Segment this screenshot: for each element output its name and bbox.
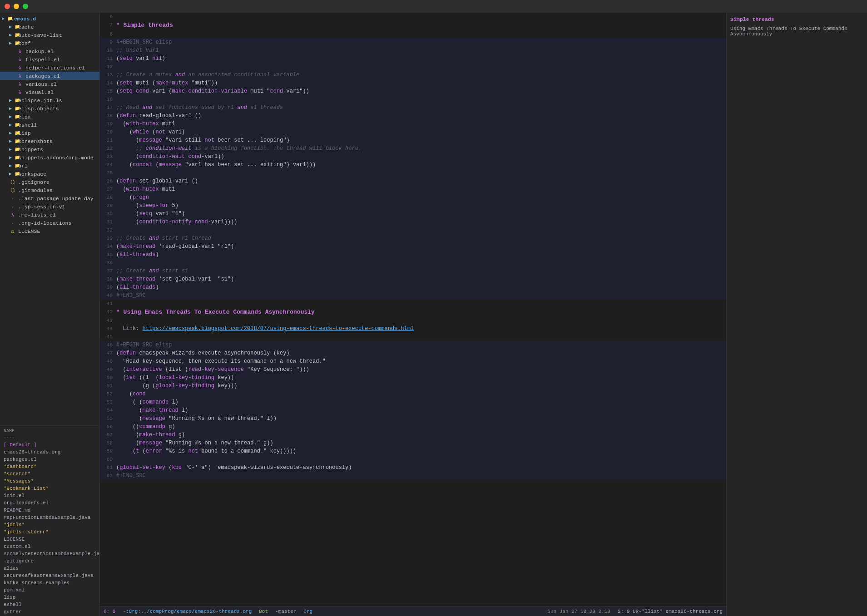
line-content: (message "Running %s on a new thread." g…: [116, 439, 726, 447]
tree-item-3[interactable]: ▶ 📁auto-save-list: [0, 31, 99, 39]
buffer-item-19[interactable]: kafka-streams-examples: [0, 579, 99, 586]
buffer-item-0[interactable]: [ Default ]: [0, 441, 99, 448]
tree-label: various.el: [25, 81, 57, 87]
buffer-item-1[interactable]: emacs26-threads.org: [0, 448, 99, 456]
buffer-item-14[interactable]: custom.el: [0, 543, 99, 550]
buffer-item-13[interactable]: LICENSE: [0, 536, 99, 543]
buffer-item-23[interactable]: gutter: [0, 608, 99, 616]
tree-item-12[interactable]: ▶ 📁elisp-objects: [0, 104, 99, 113]
code-line-24: 24 (concat (message "var1 has been set .…: [100, 161, 726, 169]
code-line-31: 31 (condition-notify cond-var1)))): [100, 218, 726, 226]
tree-item-13[interactable]: ▶ 📁elpa: [0, 113, 99, 121]
tree-item-26[interactable]: ·.org-id-locations: [0, 219, 99, 227]
buffer-item-6[interactable]: *Bookmark List*: [0, 485, 99, 492]
tree-item-1[interactable]: ▶ 📁.emacs.d: [0, 15, 99, 23]
tree-item-22[interactable]: ⬡.gitmodules: [0, 186, 99, 194]
code-line-40: 40#+END_SRC: [100, 291, 726, 300]
tree-item-11[interactable]: ▶ 📁eclipse.jdt.ls: [0, 96, 99, 104]
buffer-divider: ----: [0, 434, 99, 441]
buffer-item-3[interactable]: *dashboard*: [0, 463, 99, 470]
editor-content[interactable]: 67* Simple threads89#+BEGIN_SRC elisp10;…: [100, 13, 726, 606]
statusbar: 6: 0 -:Org:../compProg/emacs/emacs26-thr…: [100, 606, 726, 616]
line-content: (make-thread g): [116, 431, 726, 439]
line-content: #+END_SRC: [116, 472, 726, 480]
line-number: 61: [100, 463, 116, 472]
tree-label: elpa: [18, 114, 31, 120]
buffer-list[interactable]: Name----[ Default ]emacs26-threads.orgpa…: [0, 425, 99, 616]
statusbar-time: Sun Jan 27 18:29 2.19: [547, 609, 610, 614]
tree-icon-folder: ▶ 📁: [9, 163, 16, 168]
buffer-item-21[interactable]: lisp: [0, 594, 99, 601]
line-content: (setq var1 nil): [116, 54, 726, 63]
tree-item-18[interactable]: ▶ 📁snippets-addons/org-mode: [0, 153, 99, 162]
tree-item-14[interactable]: ▶ 📁eshell: [0, 121, 99, 129]
buffer-item-4[interactable]: *scratch*: [0, 470, 99, 478]
close-button[interactable]: [5, 4, 10, 9]
tree-item-9[interactable]: λvarious.el: [0, 80, 99, 88]
buffer-item-9[interactable]: README.md: [0, 507, 99, 514]
tree-icon-folder: ▶ 📁: [9, 122, 16, 128]
buffer-item-20[interactable]: pom.xml: [0, 586, 99, 594]
tree-item-7[interactable]: λhelper-functions.el: [0, 64, 99, 72]
buffer-item-8[interactable]: org-loaddefs.el: [0, 499, 99, 507]
line-content: (cond: [116, 390, 726, 398]
buffer-item-15[interactable]: AnomalyDetectionLambdaExample.java>: [0, 550, 99, 557]
buffer-item-10[interactable]: MapFunctionLambdaExample.java: [0, 514, 99, 521]
line-number: 44: [100, 325, 116, 333]
tree-item-25[interactable]: λ.mc-lists.el: [0, 211, 99, 219]
buffer-item-12[interactable]: *jdtls::stderr*: [0, 528, 99, 536]
buffer-item-17[interactable]: alias: [0, 565, 99, 572]
tree-item-10[interactable]: λvisual.el: [0, 88, 99, 96]
tree-item-15[interactable]: ▶ 📁lisp: [0, 129, 99, 137]
tree-label: eshell: [18, 122, 37, 128]
buffer-item-11[interactable]: *jdtls*: [0, 521, 99, 528]
tree-label: helper-functions.el: [25, 65, 85, 71]
tree-icon-el: λ: [16, 89, 24, 95]
line-content: (g (global-key-binding key))): [116, 382, 726, 390]
code-line-27: 27 (with-mutex mut1: [100, 185, 726, 193]
line-content: * Using Emacs Threads To Execute Command…: [116, 308, 726, 317]
line-content: (condition-notify cond-var1)))): [116, 218, 726, 226]
code-line-13: 13;; Create a mutex and an associated co…: [100, 71, 726, 79]
tree-item-8[interactable]: λpackages.el: [0, 72, 99, 80]
tree-item-17[interactable]: ▶ 📁snippets: [0, 145, 99, 153]
buffer-item-5[interactable]: *Messages*: [0, 478, 99, 485]
buffer-label: *jdtls*: [4, 522, 25, 527]
buffer-item-22[interactable]: eshell: [0, 601, 99, 608]
code-line-23: 23 (condition-wait cond-var1)): [100, 153, 726, 161]
line-number: 53: [100, 398, 116, 406]
buffer-item-7[interactable]: init.el: [0, 492, 99, 499]
line-content: Link: https://emacspeak.blogspot.com/201…: [116, 325, 726, 333]
tree-item-23[interactable]: ·.last-package-update-day: [0, 194, 99, 202]
maximize-button[interactable]: [23, 4, 28, 9]
tree-item-2[interactable]: ▶ 📁cache: [0, 23, 99, 31]
tree-icon-el: λ: [16, 73, 24, 79]
outline-item-0[interactable]: Simple threads: [730, 15, 863, 23]
tree-label: packages.el: [25, 73, 60, 79]
tree-item-27[interactable]: ⚖LICENSE: [0, 227, 99, 235]
line-number: 57: [100, 431, 116, 439]
buffer-label: .gitignore: [4, 558, 34, 564]
line-number: 31: [100, 218, 116, 226]
tree-item-5[interactable]: λbackup.el: [0, 47, 99, 55]
line-number: 16: [100, 95, 116, 103]
line-content: ;; condition-wait is a blocking function…: [116, 144, 726, 153]
code-line-19: 19 (with-mutex mut1: [100, 120, 726, 128]
tree-item-20[interactable]: ▶ 📁workspace: [0, 170, 99, 178]
buffer-item-18[interactable]: SecureKafkaStreamsExample.java: [0, 572, 99, 579]
tree-item-21[interactable]: ⬡.gitignore: [0, 178, 99, 186]
outline-item-1[interactable]: Using Emacs Threads To Execute Commands …: [730, 25, 863, 38]
tree-item-6[interactable]: λflyspell.el: [0, 55, 99, 64]
buffer-label: *scratch*: [4, 471, 30, 477]
tree-item-19[interactable]: ▶ 📁url: [0, 162, 99, 170]
tree-icon-folder: ▶ 📁: [9, 130, 16, 136]
buffer-item-2[interactable]: packages.el: [0, 456, 99, 463]
buffer-item-16[interactable]: .gitignore: [0, 557, 99, 565]
minimize-button[interactable]: [14, 4, 19, 9]
code-line-39: 39(all-threads): [100, 283, 726, 291]
tree-item-4[interactable]: ▶ 📁conf: [0, 39, 99, 47]
file-tree[interactable]: ▶ 📁.emacs.d▶ 📁cache▶ 📁auto-save-list▶ 📁c…: [0, 13, 99, 425]
line-number: 36: [100, 259, 116, 267]
tree-item-16[interactable]: ▶ 📁screenshots: [0, 137, 99, 145]
tree-item-24[interactable]: ·.lsp-session-v1: [0, 202, 99, 211]
